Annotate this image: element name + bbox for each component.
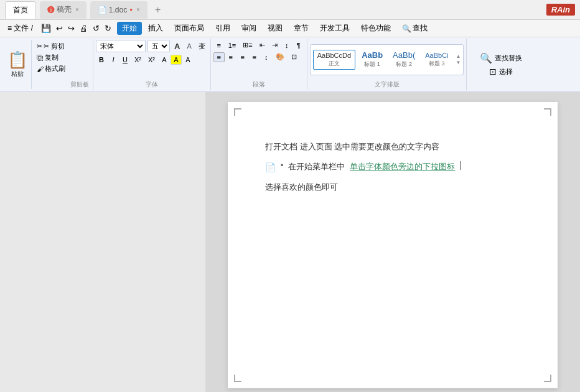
align-center-button[interactable]: ≡: [225, 52, 236, 62]
style-h3-preview: AaBbCi: [425, 52, 448, 59]
new-tab-button[interactable]: +: [151, 4, 164, 16]
para-controls: ≡ 1≡ ⊞≡ ⇤ ⇥ ↕ ¶ ≡ ≡ ≡ ≡ ↕ 🎨 ⊡: [213, 39, 304, 80]
styles-content: AaBbCcDd 正文 AaBb 标题 1 AaBb( 标题 2 AaBbCi …: [310, 39, 464, 80]
tab-gaoqiao-close[interactable]: ×: [75, 6, 79, 13]
menu-view[interactable]: 视图: [263, 22, 288, 35]
clipboard-group-label: 剪贴板: [70, 80, 89, 89]
font-controls: 宋体 五号 A A 变 B I U X² X² A A: [96, 39, 208, 80]
save-icon[interactable]: 💾: [39, 23, 53, 34]
menu-start[interactable]: 开始: [117, 22, 142, 35]
corner-br: [544, 375, 551, 382]
style-h3-label: 标题 3: [429, 60, 445, 68]
tab-doc-label: 1.doc: [109, 6, 127, 14]
redo-icon[interactable]: ↪: [66, 23, 77, 34]
style-h2-label: 标题 2: [396, 60, 412, 68]
list-multi-button[interactable]: ⊞≡: [240, 40, 255, 50]
copy-label: 复制: [45, 53, 58, 62]
menu-search[interactable]: 🔍 查找: [397, 22, 433, 35]
sort-button[interactable]: ↕: [281, 40, 292, 50]
bullet-icon: 📄: [265, 162, 276, 172]
paste-label: 粘贴: [11, 70, 24, 78]
font-format-row: B I U X² X² A A A: [96, 55, 194, 65]
tab-gaoqiao-icon: 🅖: [47, 6, 55, 14]
menu-insert[interactable]: 插入: [143, 22, 168, 35]
para-row1: ≡ 1≡ ⊞≡ ⇤ ⇥ ↕ ¶: [213, 40, 304, 50]
styles-scroll-up[interactable]: ▲: [456, 54, 461, 59]
align-left-button[interactable]: ≡: [213, 52, 225, 62]
print-icon[interactable]: 🖨: [78, 23, 90, 34]
search-group: 🔍 查找替换 ⊡ 选择: [467, 39, 535, 90]
styles-group: AaBbCcDd 正文 AaBb 标题 1 AaBb( 标题 2 AaBbCi …: [307, 39, 467, 90]
menu-chapter[interactable]: 章节: [289, 22, 314, 35]
paragraph-group: ≡ 1≡ ⊞≡ ⇤ ⇥ ↕ ¶ ≡ ≡ ≡ ≡ ↕ 🎨 ⊡: [211, 39, 307, 90]
menu-review[interactable]: 审阅: [236, 22, 261, 35]
tab-gaoqiao[interactable]: 🅖 稿壳 ×: [40, 1, 87, 19]
underline-button[interactable]: U: [119, 55, 131, 65]
cut-button[interactable]: ✂ ✂ 剪切: [34, 41, 68, 52]
menu-layout[interactable]: 页面布局: [169, 22, 209, 35]
line-spacing-button[interactable]: ↕: [261, 52, 272, 62]
copy-button[interactable]: ⿻ 复制: [34, 52, 68, 63]
tab-doc[interactable]: 📄 1.doc ● ×: [90, 1, 147, 19]
corner-tl: [234, 108, 241, 116]
doc-line-1: 打开文档 进入页面 选中需要更改颜色的文字内容: [265, 139, 520, 154]
select-button[interactable]: ⊡ 选择: [489, 67, 513, 77]
redo2-icon[interactable]: ↻: [103, 23, 113, 34]
align-right-button[interactable]: ≡: [237, 52, 248, 62]
para-shading-button[interactable]: 🎨: [273, 52, 288, 62]
menu-special[interactable]: 特色功能: [356, 22, 396, 35]
ribbon-content: 📋 粘贴 ✂ ✂ 剪切 ⿻ 复制 🖌 格式刷 剪贴板: [0, 37, 580, 91]
menu-devtools[interactable]: 开发工具: [315, 22, 355, 35]
tab-doc-close[interactable]: ×: [136, 6, 140, 13]
left-panel: [0, 92, 205, 392]
styles-scroll-down[interactable]: ▼: [456, 60, 461, 65]
clipboard-group: 📋 粘贴 ✂ ✂ 剪切 ⿻ 复制 🖌 格式刷 剪贴板: [2, 39, 93, 90]
ribbon: 📋 粘贴 ✂ ✂ 剪切 ⿻ 复制 🖌 格式刷 剪贴板: [0, 37, 580, 92]
document-area[interactable]: 打开文档 进入页面 选中需要更改颜色的文字内容 📄 • 在开始菜单栏中 单击字体…: [205, 92, 580, 392]
find-replace-button[interactable]: 🔍 查找替换: [480, 52, 522, 64]
show-marks-button[interactable]: ¶: [293, 40, 304, 50]
document-page: 打开文档 进入页面 选中需要更改颜色的文字内容 📄 • 在开始菜单栏中 单击字体…: [228, 102, 558, 388]
border-button[interactable]: ⊡: [288, 52, 300, 62]
styles-box: AaBbCcDd 正文 AaBb 标题 1 AaBb( 标题 2 AaBbCi …: [310, 44, 464, 75]
tab-home-label: 首页: [13, 5, 28, 16]
font-name-select[interactable]: 宋体: [96, 40, 146, 52]
doc-text-1: 打开文档 进入页面 选中需要更改颜色的文字内容: [265, 142, 439, 151]
font-change-button[interactable]: 变: [196, 40, 208, 52]
align-justify-button[interactable]: ≡: [249, 52, 260, 62]
cut-icon: ✂: [37, 42, 42, 50]
cut-label: ✂ 剪切: [44, 42, 65, 51]
rain-logo: RAin: [546, 4, 575, 16]
paste-button[interactable]: 📋 粘贴: [4, 40, 32, 89]
style-h3[interactable]: AaBbCi 标题 3: [421, 50, 452, 69]
doc-text-3: 选择喜欢的颜色即可: [265, 182, 338, 192]
undo2-icon[interactable]: ↺: [91, 23, 101, 34]
style-h2[interactable]: AaBb( 标题 2: [389, 49, 419, 70]
styles-scroll: ▲ ▼: [456, 54, 461, 65]
highlight-button[interactable]: A: [171, 55, 182, 65]
format-brush-button[interactable]: 🖌 格式刷: [34, 63, 68, 74]
font-grow-button[interactable]: A: [172, 40, 182, 52]
bold-button[interactable]: B: [96, 55, 107, 65]
font-name-row: 宋体 五号 A A 变: [96, 40, 208, 52]
tab-home[interactable]: 首页: [5, 1, 36, 19]
menu-reference[interactable]: 引用: [210, 22, 235, 35]
indent-decrease-button[interactable]: ⇤: [256, 40, 268, 50]
font-shrink-button[interactable]: A: [184, 41, 194, 51]
tab-gaoqiao-label: 稿壳: [57, 4, 72, 15]
doc-line-3: 选择喜欢的颜色即可: [265, 180, 520, 194]
menu-file[interactable]: ≡ 文件 /: [2, 22, 38, 35]
strikethrough-button[interactable]: X²: [131, 55, 144, 65]
list-bullet-button[interactable]: ≡: [213, 40, 225, 50]
font-size-select[interactable]: 五号: [147, 40, 170, 52]
clear-format-button[interactable]: A: [182, 55, 194, 65]
font-color-button[interactable]: A: [159, 55, 170, 65]
undo-icon[interactable]: ↩: [54, 23, 65, 34]
style-h1[interactable]: AaBb 标题 1: [358, 49, 386, 70]
italic-button[interactable]: I: [108, 55, 119, 65]
style-normal[interactable]: AaBbCcDd 正文: [313, 50, 355, 70]
list-number-button[interactable]: 1≡: [225, 40, 240, 50]
subscript-button[interactable]: X²: [145, 55, 158, 65]
indent-increase-button[interactable]: ⇥: [269, 40, 281, 50]
format-brush-icon: 🖌: [37, 65, 44, 73]
